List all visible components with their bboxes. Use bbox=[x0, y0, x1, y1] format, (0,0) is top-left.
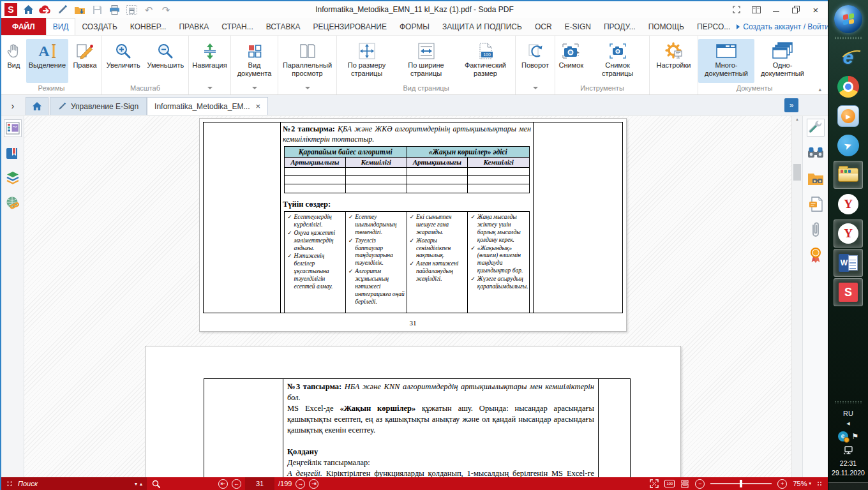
save-icon[interactable] bbox=[91, 3, 103, 16]
certificates-panel-icon[interactable] bbox=[807, 246, 825, 264]
reading-mode-icon[interactable] bbox=[752, 5, 761, 14]
tab-create[interactable]: СОЗДАТЬ bbox=[75, 18, 123, 35]
zoom-slider-thumb[interactable] bbox=[740, 480, 742, 487]
doc-view-dropdown-caret[interactable] bbox=[231, 83, 278, 94]
esign-management-tab[interactable]: Управление E-Sign bbox=[50, 97, 147, 115]
search-next-icon[interactable]: ▴ bbox=[140, 481, 142, 487]
vertical-scrollbar[interactable]: ▴ bbox=[791, 116, 802, 477]
telegram-button[interactable]: ➤ bbox=[834, 131, 863, 160]
print-icon[interactable] bbox=[108, 3, 121, 16]
fit-width-button[interactable]: По ширине страницы bbox=[396, 39, 456, 83]
home-tab[interactable] bbox=[26, 97, 49, 115]
zoom-slider[interactable] bbox=[710, 483, 772, 484]
open-folder-icon[interactable] bbox=[73, 3, 86, 16]
fullscreen-icon[interactable] bbox=[732, 5, 741, 14]
action-center-flag-icon[interactable]: ⚑ bbox=[852, 432, 859, 441]
language-indicator[interactable]: RU bbox=[843, 410, 853, 417]
close-tab-icon[interactable]: × bbox=[255, 101, 260, 111]
zoom-out-button[interactable]: Уменьшить bbox=[145, 39, 187, 83]
tab-help[interactable]: ПОМОЩЬ bbox=[642, 18, 691, 35]
create-account-link[interactable]: Создать аккаунт / Войти bbox=[737, 18, 838, 35]
yandex-browser-button[interactable]: Y bbox=[834, 190, 863, 218]
restore-button[interactable] bbox=[791, 5, 800, 14]
edit-mode-button[interactable]: Правка bbox=[70, 39, 99, 83]
tab-convert[interactable]: КОНВЕР... bbox=[124, 18, 173, 35]
fit-screen-icon[interactable] bbox=[650, 479, 659, 488]
scroll-up-icon[interactable]: ▴ bbox=[792, 117, 802, 122]
previous-page-button[interactable]: ← bbox=[232, 479, 241, 489]
settings-button[interactable]: Настройки bbox=[654, 39, 694, 83]
search-input[interactable]: Поиск bbox=[18, 480, 130, 487]
tab-file[interactable]: ФАЙЛ bbox=[1, 18, 46, 35]
scrollbar-thumb[interactable] bbox=[793, 164, 801, 181]
tray-expand-icon[interactable]: ◀ bbox=[846, 421, 849, 426]
navigation-dropdown-caret[interactable] bbox=[189, 83, 230, 94]
next-page-button[interactable]: → bbox=[296, 479, 305, 489]
soda-cloud-icon[interactable] bbox=[39, 3, 52, 16]
view-mode-button[interactable]: Вид bbox=[3, 39, 24, 83]
clock[interactable]: 22:31 29.11.2020 bbox=[832, 459, 865, 479]
tab-review[interactable]: РЕЦЕНЗИРОВАНИЕ bbox=[307, 18, 393, 35]
tab-esign[interactable]: E-SIGN bbox=[558, 18, 597, 35]
pen-icon[interactable] bbox=[56, 3, 69, 16]
zoom-out-button[interactable]: − bbox=[695, 479, 705, 489]
home-icon[interactable] bbox=[22, 3, 34, 16]
search-prev-icon[interactable]: ▾ bbox=[135, 481, 137, 487]
comments-panel-icon[interactable] bbox=[807, 195, 825, 213]
tab-personalize[interactable]: ПЕРСО... bbox=[691, 18, 737, 35]
minimize-button[interactable] bbox=[772, 5, 781, 14]
tab-pages[interactable]: СТРАН... bbox=[215, 18, 259, 35]
links-panel-icon[interactable] bbox=[4, 194, 22, 212]
navigation-button[interactable]: Навигация bbox=[190, 39, 229, 83]
antivirus-tray-icon[interactable]: e bbox=[838, 431, 848, 442]
actual-size-button[interactable]: 100 Фактический размер bbox=[456, 39, 515, 83]
document-tab-active[interactable]: Informatika_Metodika_EM... × bbox=[147, 97, 268, 115]
snapshot-button[interactable]: Снимок bbox=[556, 39, 586, 83]
tools-panel-icon[interactable] bbox=[807, 119, 825, 137]
start-button[interactable] bbox=[834, 5, 862, 33]
network-tray-icon[interactable] bbox=[843, 446, 853, 455]
redo-icon[interactable]: ↷ bbox=[160, 3, 172, 16]
internet-explorer-button[interactable]: e bbox=[834, 43, 863, 71]
print-selection-icon[interactable] bbox=[125, 3, 138, 16]
show-desktop-button[interactable] bbox=[828, 482, 868, 490]
file-explorer-button[interactable] bbox=[834, 161, 863, 189]
zoom-level[interactable]: 75%▾ bbox=[793, 480, 811, 487]
undo-icon[interactable]: ↶ bbox=[142, 3, 155, 16]
single-document-button[interactable]: Одно-документный bbox=[754, 39, 811, 83]
last-page-button[interactable]: ⇥ bbox=[309, 479, 318, 489]
collapse-ribbon-icon[interactable]: ▴ bbox=[818, 86, 821, 93]
layers-panel-icon[interactable] bbox=[4, 169, 22, 187]
actual-size-icon[interactable]: 100 bbox=[664, 480, 675, 487]
thumbnails-panel-icon[interactable] bbox=[4, 119, 22, 137]
soda-pdf-button[interactable]: S bbox=[834, 278, 863, 306]
document-view-button[interactable]: Вид документа bbox=[231, 39, 278, 83]
chrome-button[interactable] bbox=[834, 73, 863, 101]
tab-products[interactable]: ПРОДУ... bbox=[597, 18, 642, 35]
tab-ocr[interactable]: OCR bbox=[528, 18, 558, 35]
rotate-dropdown-caret[interactable] bbox=[516, 83, 555, 94]
select-mode-button[interactable]: A Выделение bbox=[26, 39, 68, 83]
search-panel-icon[interactable] bbox=[807, 144, 825, 162]
right-panel-toggle[interactable]: » bbox=[784, 98, 798, 112]
first-page-button[interactable]: ⇤ bbox=[218, 479, 228, 489]
tab-view[interactable]: ВИД bbox=[46, 18, 76, 35]
document-view-area[interactable]: №2 тапсырма: ҚБА және ЖКӘ алгоритмдеріні… bbox=[24, 116, 791, 477]
left-panel-toggle[interactable]: › bbox=[1, 96, 24, 115]
search-icon[interactable] bbox=[152, 480, 160, 488]
rotate-button[interactable]: Поворот bbox=[519, 39, 551, 83]
search-field[interactable]: Поиск ▾ ▴ bbox=[1, 477, 147, 490]
multi-document-button[interactable]: Много-документный bbox=[698, 39, 754, 83]
page-fit-icon[interactable] bbox=[680, 480, 689, 488]
current-page-input[interactable]: 31 bbox=[245, 477, 274, 490]
parallel-dropdown-caret[interactable] bbox=[278, 83, 336, 94]
close-button[interactable]: × bbox=[811, 5, 820, 14]
media-player-button[interactable]: ▶ bbox=[834, 102, 863, 130]
bookmarks-panel-icon[interactable] bbox=[4, 144, 22, 162]
zoom-in-button[interactable]: + bbox=[777, 479, 787, 489]
attachments-panel-icon[interactable] bbox=[807, 221, 825, 239]
search-files-panel-icon[interactable] bbox=[807, 170, 825, 188]
zoom-in-button[interactable]: Увеличить bbox=[104, 39, 143, 83]
yandex-browser-button-2[interactable]: Y bbox=[834, 219, 863, 248]
tab-insert[interactable]: ВСТАВКА bbox=[260, 18, 307, 35]
